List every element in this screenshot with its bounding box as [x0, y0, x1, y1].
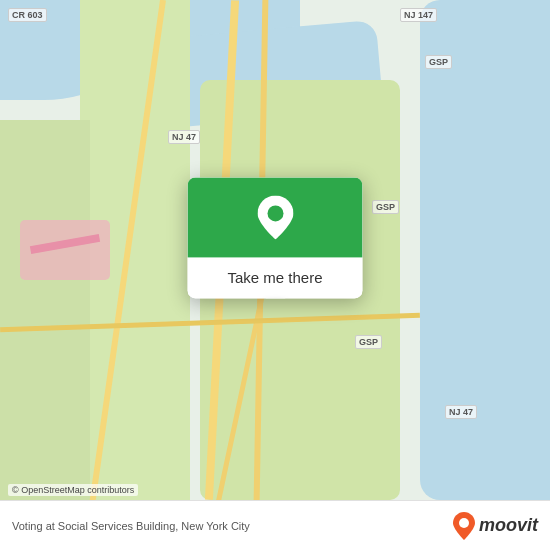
svg-point-1	[459, 518, 469, 528]
moovit-pin-icon	[453, 512, 475, 540]
take-me-there-label: Take me there	[227, 269, 322, 286]
take-me-there-button[interactable]: Take me there	[188, 257, 363, 298]
footer-bar: Voting at Social Services Building, New …	[0, 500, 550, 550]
map-attribution-overlay: © OpenStreetMap contributors	[8, 484, 138, 496]
road-label-nj47-2: NJ 47	[445, 405, 477, 419]
water-right	[420, 0, 550, 500]
road-label-gsp2: GSP	[372, 200, 399, 214]
map-container: CR 603 NJ 147 GSP NJ 47 GSP GSP NJ 47 Ta…	[0, 0, 550, 500]
moovit-logo: moovit	[453, 512, 538, 540]
road-label-gsp3: GSP	[355, 335, 382, 349]
popup-green-header	[188, 177, 363, 257]
land-left	[0, 120, 90, 500]
moovit-brand-name: moovit	[479, 515, 538, 536]
svg-point-0	[267, 205, 283, 221]
footer-title: Voting at Social Services Building, New …	[12, 520, 250, 532]
road-label-gsp1: GSP	[425, 55, 452, 69]
road-label-nj147: NJ 147	[400, 8, 437, 22]
footer-info: Voting at Social Services Building, New …	[12, 520, 250, 532]
location-pin-icon	[257, 195, 293, 239]
road-label-nj47-1: NJ 47	[168, 130, 200, 144]
road-label-cr603: CR 603	[8, 8, 47, 22]
popup-card: Take me there	[188, 177, 363, 298]
